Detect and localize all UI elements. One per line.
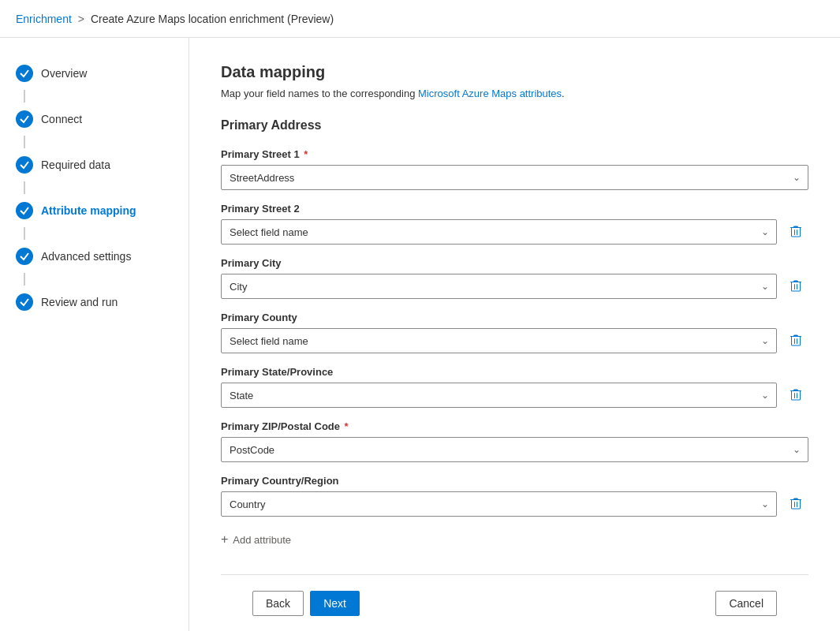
field-row-primary-zip: PostCode ⌄ [221,437,808,462]
select-wrapper-primary-street-1: StreetAddress ⌄ [221,165,808,190]
select-primary-city[interactable]: City [221,274,777,299]
required-marker-1: * [301,148,308,160]
sidebar-label-attribute-mapping: Attribute mapping [41,204,136,217]
advanced-settings-check-icon [16,248,33,265]
field-group-primary-zip: Primary ZIP/Postal Code * PostCode ⌄ [221,420,808,462]
sidebar-item-advanced-settings[interactable]: Advanced settings [0,240,189,273]
field-row-primary-street-2: Select field name ⌄ [221,219,808,245]
field-row-primary-country: Country ⌄ [221,491,808,517]
select-wrapper-primary-street-2: Select field name ⌄ [221,219,777,245]
select-primary-street-2[interactable]: Select field name [221,219,777,245]
add-attribute-button[interactable]: + Add attribute [221,529,808,550]
plus-icon: + [221,532,228,547]
sidebar-item-connect[interactable]: Connect [0,103,189,136]
page-description: Map your field names to the correspondin… [221,88,808,99]
delete-btn-primary-county[interactable] [783,328,808,353]
field-label-primary-county: Primary County [221,312,808,323]
delete-btn-primary-street-2[interactable] [783,219,808,245]
connect-check-icon [16,110,33,128]
attribute-mapping-check-icon [16,202,33,219]
field-group-primary-state: Primary State/Province State ⌄ [221,366,808,408]
field-group-primary-county: Primary County Select field name ⌄ [221,312,808,353]
field-label-primary-country: Primary Country/Region [221,475,808,487]
field-label-primary-street-2: Primary Street 2 [221,203,808,215]
field-group-primary-country: Primary Country/Region Country ⌄ [221,475,808,517]
description-link[interactable]: Microsoft Azure Maps attributes [418,88,562,99]
connector-3 [24,181,25,194]
main-layout: Overview Connect Required data Attribute… [0,38,840,631]
page-title: Data mapping [221,63,808,81]
footer-left-buttons: Back Next [252,591,360,616]
sidebar-label-required-data: Required data [41,159,110,171]
sidebar-label-review-and-run: Review and run [41,296,118,308]
delete-btn-primary-state[interactable] [783,383,808,408]
required-data-check-icon [16,156,33,174]
section-title: Primary Address [221,118,808,133]
footer: Back Next Cancel [221,574,808,631]
field-group-primary-street-2: Primary Street 2 Select field name ⌄ [221,203,808,245]
select-primary-state[interactable]: State [221,383,777,408]
connector-1 [24,90,25,103]
field-row-primary-state: State ⌄ [221,383,808,408]
sidebar-item-attribute-mapping[interactable]: Attribute mapping [0,194,189,227]
description-end: . [562,88,565,99]
select-primary-country[interactable]: Country [221,491,777,517]
field-row-primary-county: Select field name ⌄ [221,328,808,353]
sidebar-item-review-and-run[interactable]: Review and run [0,286,189,319]
select-primary-zip[interactable]: PostCode [221,437,808,462]
select-primary-county[interactable]: Select field name [221,328,777,353]
field-row-primary-city: City ⌄ [221,274,808,299]
sidebar-label-overview: Overview [41,67,87,80]
field-label-primary-street-1: Primary Street 1 * [221,148,808,160]
breadcrumb-current: Create Azure Maps location enrichment (P… [91,13,334,25]
field-row-primary-street-1: StreetAddress ⌄ [221,165,808,190]
select-primary-street-1[interactable]: StreetAddress [221,165,808,190]
content-area: Data mapping Map your field names to the… [189,38,840,631]
select-wrapper-primary-country: Country ⌄ [221,491,777,517]
top-bar: Enrichment > Create Azure Maps location … [0,0,840,38]
delete-btn-primary-country[interactable] [783,491,808,517]
next-button[interactable]: Next [310,591,360,616]
required-marker-zip: * [342,420,349,432]
connector-5 [24,273,25,286]
field-group-primary-city: Primary City City ⌄ [221,257,808,299]
add-attribute-label: Add attribute [233,534,291,546]
description-text: Map your field names to the correspondin… [221,88,418,99]
field-label-primary-state: Primary State/Province [221,366,808,378]
overview-check-icon [16,65,33,82]
sidebar-label-advanced-settings: Advanced settings [41,250,131,263]
sidebar-item-overview[interactable]: Overview [0,57,189,90]
delete-btn-primary-city[interactable] [783,274,808,299]
sidebar-item-required-data[interactable]: Required data [0,148,189,181]
select-wrapper-primary-zip: PostCode ⌄ [221,437,808,462]
select-wrapper-primary-state: State ⌄ [221,383,777,408]
content-scroll: Data mapping Map your field names to the… [221,63,808,574]
sidebar-label-connect: Connect [41,113,82,125]
review-and-run-check-icon [16,293,33,311]
field-label-primary-city: Primary City [221,257,808,269]
sidebar: Overview Connect Required data Attribute… [0,38,189,631]
select-wrapper-primary-county: Select field name ⌄ [221,328,777,353]
select-wrapper-primary-city: City ⌄ [221,274,777,299]
breadcrumb-separator: > [78,13,84,25]
cancel-button[interactable]: Cancel [715,591,777,616]
field-group-primary-street-1: Primary Street 1 * StreetAddress ⌄ [221,148,808,190]
back-button[interactable]: Back [252,591,304,616]
breadcrumb-parent[interactable]: Enrichment [16,13,72,25]
connector-4 [24,227,25,240]
field-label-primary-zip: Primary ZIP/Postal Code * [221,420,808,432]
connector-2 [24,136,25,148]
